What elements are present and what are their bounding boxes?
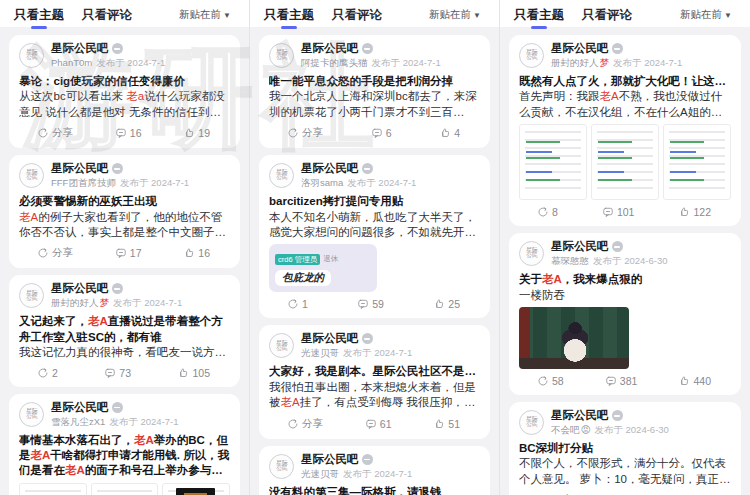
like-button[interactable]: 25 xyxy=(427,297,466,311)
post-title[interactable]: 必须要警惕新的巫妖王出现 xyxy=(19,194,230,209)
bar-name[interactable]: 星际公民吧 xyxy=(301,452,359,467)
post-title[interactable]: barcitizen拷打提问专用贴 xyxy=(269,194,480,209)
sort-dropdown[interactable]: 新贴在前 ▼ xyxy=(674,7,738,23)
chat-bubble-thumbnail[interactable]: crd6 管理员退休包庇龙的 xyxy=(269,244,377,292)
post-card[interactable]: 星际 公民 星际公民吧 册封的好人梦发布于 2024-7-1 既然有人点了火，那… xyxy=(509,35,741,226)
post-body[interactable]: 我这记忆力真的很神奇，看吧友一说方舟，我又想起来… xyxy=(19,345,230,360)
bar-name[interactable]: 星际公民吧 xyxy=(301,41,359,56)
like-button[interactable]: 122 xyxy=(672,205,717,219)
tab-comments-only[interactable]: 只看评论 xyxy=(332,7,382,24)
author-name[interactable]: 阿提卡的鹰头猫 xyxy=(301,57,368,68)
bar-name[interactable]: 星际公民吧 xyxy=(51,400,109,415)
author-name[interactable]: FFF团首席技师 xyxy=(51,177,116,188)
author-name[interactable]: 册封的好人梦 xyxy=(51,297,109,308)
avatar[interactable]: 星际 公民 xyxy=(519,410,544,435)
bar-name[interactable]: 星际公民吧 xyxy=(551,239,609,254)
post-body[interactable]: 我很怕丑事出圈，本来想熄火来着，但是被老A挂了，有点受到侮辱 我很压抑，等风波过… xyxy=(269,380,480,411)
tab-topics-only[interactable]: 只看主题 xyxy=(264,7,314,24)
post-title[interactable]: BC深圳打分贴 xyxy=(519,441,731,456)
share-button[interactable]: 分享 xyxy=(31,125,79,141)
share-button[interactable]: 58 xyxy=(531,374,570,388)
post-card[interactable]: 星际 公民 星际公民吧 FFF团首席技师发布于 2024-7-1 必须要警惕新的… xyxy=(9,155,240,268)
like-button[interactable]: 16 xyxy=(177,246,216,260)
avatar[interactable]: 星际 公民 xyxy=(19,43,44,68)
post-image-thumbnail[interactable] xyxy=(591,124,659,200)
post-image-thumbnail[interactable] xyxy=(519,124,587,200)
post-title[interactable]: 既然有人点了火，那就扩大化吧！让这火燎原！ xyxy=(519,74,731,89)
author-name[interactable]: 慕琛憨憨 xyxy=(551,255,589,266)
sort-dropdown[interactable]: 新贴在前 ▼ xyxy=(423,7,487,23)
comment-button[interactable]: 59 xyxy=(351,297,390,311)
like-button[interactable]: 440 xyxy=(672,374,717,388)
post-title[interactable]: 唯一能平息众怒的手段是把利润分掉 xyxy=(269,74,480,89)
share-button[interactable]: 分享 xyxy=(281,416,329,432)
author-name[interactable]: 光速贝哥 xyxy=(301,468,339,479)
bar-name[interactable]: 星际公民吧 xyxy=(551,408,609,423)
post-card[interactable]: 星际 公民 星际公民吧 阿提卡的鹰头猫发布于 2024-7-1 唯一能平息众怒的… xyxy=(259,35,490,148)
post-title[interactable]: 又记起来了，老A直播说过是带着整个方舟工作室入驻SC的，都有谁 xyxy=(19,314,230,345)
bar-name[interactable]: 星际公民吧 xyxy=(51,41,109,56)
post-body[interactable]: 本人不知名小萌新，瓜也吃了大半天了，感觉大家想问的问题很多，不如就先开个贴把问题… xyxy=(269,210,480,241)
post-card[interactable]: 星际 公民 星际公民吧 不会吧😡发布于 2024-6-30 BC深圳打分贴 不限… xyxy=(509,402,741,495)
bar-name[interactable]: 星际公民吧 xyxy=(301,161,359,176)
avatar[interactable]: 星际 公民 xyxy=(269,454,294,479)
like-button[interactable]: 19 xyxy=(177,126,216,140)
post-image-thumbnail[interactable] xyxy=(91,483,159,495)
comment-button[interactable]: 17 xyxy=(109,246,148,260)
share-button[interactable]: 分享 xyxy=(31,245,79,261)
comment-button[interactable]: 6 xyxy=(365,126,398,140)
comment-button[interactable]: 101 xyxy=(596,205,641,219)
like-button[interactable]: 4 xyxy=(433,126,466,140)
avatar[interactable]: 星际 公民 xyxy=(19,402,44,427)
avatar[interactable]: 星际 公民 xyxy=(269,333,294,358)
post-card[interactable]: 星际 公民 星际公民吧 雪落凡尘zX1发布于 2024-7-1 事情基本水落石出… xyxy=(9,394,240,495)
tab-comments-only[interactable]: 只看评论 xyxy=(582,7,632,24)
bar-name[interactable]: 星际公民吧 xyxy=(551,41,609,56)
like-button[interactable]: 105 xyxy=(171,366,216,380)
post-title[interactable]: 暴论：cig使玩家的信任变得廉价 xyxy=(19,74,230,89)
post-body[interactable]: 首先声明：我跟老A不熟，我也没做过什么贡献，不在汉化组，不在什么A姐的KOOK频… xyxy=(519,89,731,120)
bar-name[interactable]: 星际公民吧 xyxy=(51,281,109,296)
author-name[interactable]: 不会吧😡 xyxy=(551,424,590,435)
post-card[interactable]: 星际 公民 星际公民吧 册封的好人梦发布于 2024-7-1 又记起来了，老A直… xyxy=(9,275,240,386)
post-image-thumbnail[interactable] xyxy=(663,124,731,200)
avatar[interactable]: 星际 公民 xyxy=(19,283,44,308)
avatar[interactable]: 星际 公民 xyxy=(269,43,294,68)
author-name[interactable]: 雪落凡尘zX1 xyxy=(51,416,105,427)
comment-button[interactable]: 61 xyxy=(359,417,398,431)
post-title[interactable]: 没有料的第三集—际格斯，请退钱 xyxy=(269,485,480,495)
bar-name[interactable]: 星际公民吧 xyxy=(301,331,359,346)
share-button[interactable]: 1 xyxy=(281,297,314,311)
tab-comments-only[interactable]: 只看评论 xyxy=(82,7,132,24)
tab-topics-only[interactable]: 只看主题 xyxy=(514,7,564,24)
sort-dropdown[interactable]: 新贴在前 ▼ xyxy=(173,7,237,23)
share-button[interactable]: 8 xyxy=(531,205,564,219)
avatar[interactable]: 星际 公民 xyxy=(19,163,44,188)
avatar[interactable]: 星际 公民 xyxy=(519,241,544,266)
post-image-thumbnail[interactable]: 门票钱老a没办法花所以以这么理解，不能直接 xyxy=(19,483,87,495)
comment-button[interactable]: 16 xyxy=(109,126,148,140)
post-card[interactable]: 星际 公民 星际公民吧 光速贝哥发布于 2024-7-1 大家好，我是剧本。星际… xyxy=(259,325,490,438)
post-title[interactable]: 事情基本水落石出了，老A举办的BC，但是老A干啥都得打申请才能用钱. 所以，我们… xyxy=(19,433,230,479)
like-button[interactable]: 51 xyxy=(427,417,466,431)
post-card[interactable]: 星际 公民 星际公民吧 洛羽sama发布于 2024-7-1 barcitize… xyxy=(259,155,490,318)
share-button[interactable]: 分享 xyxy=(281,125,329,141)
avatar[interactable]: 星际 公民 xyxy=(269,163,294,188)
avatar[interactable]: 星际 公民 xyxy=(519,43,544,68)
post-body[interactable]: 从这次bc可以看出来 老a说什么玩家都没意见 说什么都是他对 无条件的信任到底是… xyxy=(19,89,230,120)
post-card[interactable]: 星际 公民 星际公民吧 光速贝哥发布于 2024-7-1 没有料的第三集—际格斯… xyxy=(259,446,490,495)
post-title[interactable]: 大家好，我是剧本。星际公民社区不是UEE，不需要皇帝 xyxy=(269,364,480,379)
bar-name[interactable]: 星际公民吧 xyxy=(51,161,109,176)
post-image-thumbnail[interactable] xyxy=(162,483,230,495)
post-body[interactable]: 老A的例子大家也看到了，他的地位不管你否不否认，事实上都是整个中文圈子抬上去的。… xyxy=(19,210,230,241)
post-card[interactable]: 星际 公民 星际公民吧 慕琛憨憨发布于 2024-6-30 关于老A，我来爆点狠… xyxy=(509,233,741,395)
post-body[interactable]: 不限个人，不限形式，满分十分。仅代表个人意见。 萝卜：10，毫无疑问，真正的神教… xyxy=(519,456,731,487)
author-name[interactable]: 册封的好人梦 xyxy=(551,57,609,68)
comment-button[interactable]: 381 xyxy=(599,374,644,388)
post-body[interactable]: 我一个北京人上海和深圳bc都去了，来深圳的机票花了小两千门票才不到三百（298还… xyxy=(269,89,480,120)
post-body[interactable]: 一楼防吞 xyxy=(519,288,731,303)
author-name[interactable]: PhanT0m xyxy=(51,57,92,68)
author-name[interactable]: 洛羽sama xyxy=(301,177,343,188)
tab-topics-only[interactable]: 只看主题 xyxy=(14,7,64,24)
post-card[interactable]: 星际 公民 星际公民吧 PhanT0m发布于 2024-7-1 暴论：cig使玩… xyxy=(9,35,240,148)
